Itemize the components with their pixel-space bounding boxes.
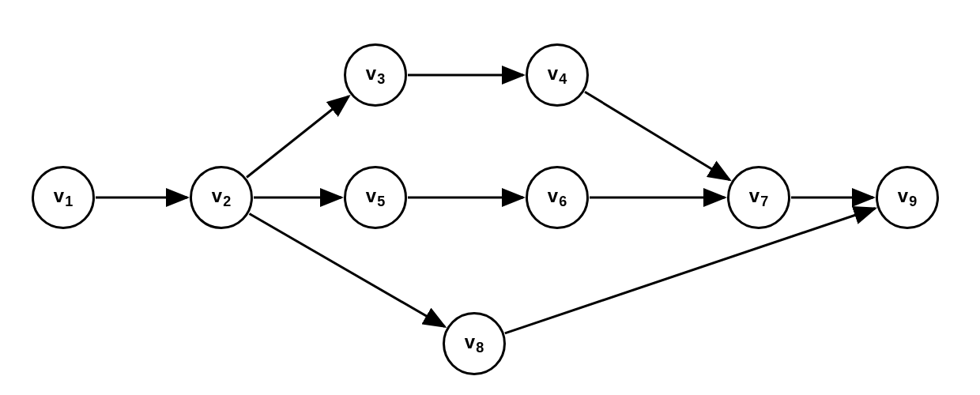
node-v9: v9 (876, 166, 939, 229)
node-v4: v4 (526, 43, 589, 107)
edge-v2-v8 (249, 214, 444, 327)
node-v1: v1 (32, 166, 95, 229)
graph-diagram: v1v2v3v4v5v6v7v8v9 (0, 0, 980, 395)
node-label: v6 (548, 185, 567, 211)
node-v3: v3 (344, 43, 407, 107)
node-v2: v2 (190, 166, 253, 229)
node-label: v4 (548, 62, 567, 88)
edge-v2-v3 (247, 96, 349, 178)
node-v8: v8 (443, 312, 506, 375)
node-label: v9 (898, 185, 917, 211)
node-label: v1 (54, 185, 73, 211)
edge-v4-v7 (585, 92, 729, 179)
node-label: v3 (366, 62, 385, 88)
node-v7: v7 (727, 166, 790, 229)
node-v5: v5 (344, 166, 407, 229)
node-label: v8 (465, 331, 484, 357)
node-v6: v6 (526, 166, 589, 229)
node-label: v2 (212, 185, 231, 211)
node-label: v7 (749, 185, 768, 211)
node-label: v5 (366, 185, 385, 211)
